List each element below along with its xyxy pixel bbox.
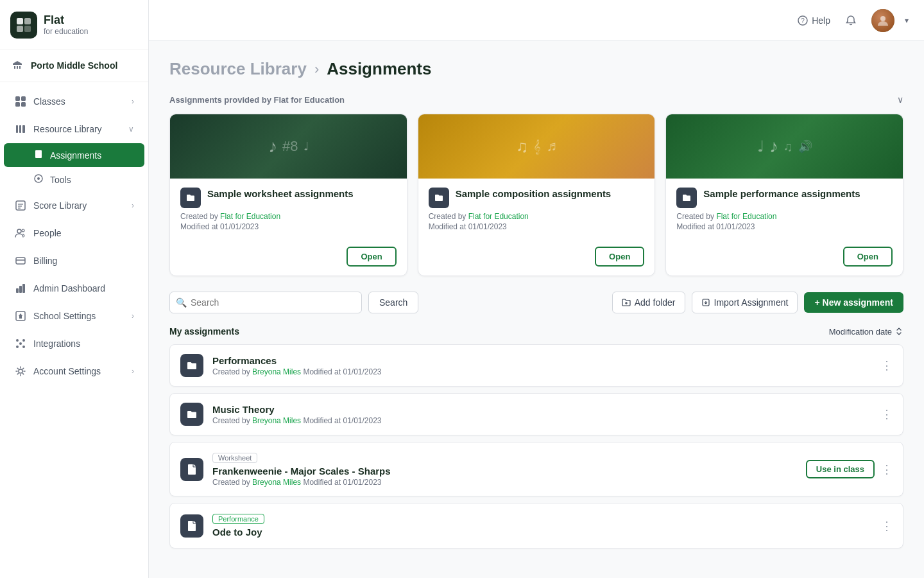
item-modified-text-frankenweenie: Modified at 01/01/2023 xyxy=(303,478,381,487)
open-button-2[interactable]: Open xyxy=(595,247,644,267)
user-avatar[interactable] xyxy=(871,9,894,32)
card-creator-link-2[interactable]: Flat for Education xyxy=(468,212,529,221)
svg-rect-13 xyxy=(16,201,25,210)
svg-point-34 xyxy=(880,16,886,21)
card-creator-link-3[interactable]: Flat for Education xyxy=(716,212,776,221)
add-folder-button[interactable]: Add folder xyxy=(612,292,685,313)
collapse-button[interactable]: ∨ xyxy=(897,94,903,105)
assignments-icon xyxy=(33,149,44,161)
item-creator-music-theory[interactable]: Breyona Miles xyxy=(252,416,301,425)
item-content-ode-to-joy: Performance Ode to Joy xyxy=(212,512,872,539)
sort-button[interactable]: Modification date xyxy=(829,327,903,337)
sidebar-item-tools[interactable]: Tools xyxy=(4,168,144,191)
item-meta-frankenweenie: Created by Breyona Miles Modified at 01/… xyxy=(212,478,797,487)
svg-rect-7 xyxy=(21,102,26,107)
school-settings-label: School Settings xyxy=(33,311,96,321)
school-item[interactable]: Porto Middle School xyxy=(0,49,148,82)
tools-label: Tools xyxy=(50,175,71,185)
account-settings-chevron: › xyxy=(132,367,134,376)
classes-chevron: › xyxy=(132,97,134,106)
item-modified-text-music-theory: Modified at 01/01/2023 xyxy=(303,416,381,425)
sidebar-item-people[interactable]: People xyxy=(4,220,144,247)
flat-section-title: Assignments provided by Flat for Educati… xyxy=(169,95,345,105)
svg-text:?: ? xyxy=(801,17,805,24)
sidebar-item-score-library[interactable]: Score Library › xyxy=(4,192,144,219)
sidebar-item-admin-dashboard[interactable]: Admin Dashboard xyxy=(4,275,144,302)
card-meta-3: Created by Flat for Education xyxy=(676,212,893,221)
sort-label-text: Modification date xyxy=(829,327,892,337)
svg-rect-21 xyxy=(16,288,19,293)
more-menu-music-theory[interactable]: ⋮ xyxy=(881,408,893,420)
user-menu-chevron[interactable]: ▾ xyxy=(905,16,909,25)
svg-rect-2 xyxy=(17,26,23,32)
breadcrumb: Resource Library › Assignments xyxy=(169,59,903,79)
item-actions-performances: ⋮ xyxy=(881,360,893,371)
svg-rect-8 xyxy=(16,125,18,133)
card-modified-2: Modified at 01/01/2023 xyxy=(429,222,645,231)
score-library-icon xyxy=(14,199,27,212)
sidebar-item-assignments[interactable]: Assignments xyxy=(4,143,144,167)
more-menu-performances[interactable]: ⋮ xyxy=(881,360,893,371)
svg-point-17 xyxy=(17,229,21,233)
breadcrumb-parent[interactable]: Resource Library xyxy=(169,59,307,79)
card-title-1: Sample worksheet assignments xyxy=(207,188,354,200)
item-content-frankenweenie: Worksheet Frankenweenie - Major Scales -… xyxy=(212,451,797,487)
score-library-chevron: › xyxy=(132,201,134,210)
assignments-label: Assignments xyxy=(50,150,101,161)
svg-rect-10 xyxy=(22,125,25,133)
notifications-button[interactable] xyxy=(841,10,861,31)
my-assignments-title: My assignments xyxy=(169,326,239,337)
card-creator-label-3: Created by xyxy=(676,212,716,221)
classes-icon xyxy=(14,95,27,108)
sidebar-item-billing[interactable]: Billing xyxy=(4,247,144,274)
list-item-performances: Performances Created by Breyona Miles Mo… xyxy=(169,344,903,387)
help-icon: ? xyxy=(798,15,808,26)
svg-point-31 xyxy=(19,369,22,373)
item-content-music-theory: Music Theory Created by Breyona Miles Mo… xyxy=(212,404,872,425)
sidebar: Flat for education Porto Middle School C… xyxy=(0,0,149,578)
svg-point-12 xyxy=(37,177,40,180)
svg-rect-3 xyxy=(24,26,31,32)
item-creator-frankenweenie[interactable]: Breyona Miles xyxy=(252,478,301,487)
card-creator-link-1[interactable]: Flat for Education xyxy=(220,212,280,221)
breadcrumb-separator: › xyxy=(314,61,319,78)
card-body-2: Sample composition assignments Created b… xyxy=(418,179,655,241)
open-button-1[interactable]: Open xyxy=(346,247,396,267)
item-modified-text-performances: Modified at 01/01/2023 xyxy=(303,367,381,376)
help-button[interactable]: ? Help xyxy=(798,15,830,26)
more-menu-ode-to-joy[interactable]: ⋮ xyxy=(881,520,893,532)
sidebar-item-classes[interactable]: Classes › xyxy=(4,88,144,115)
item-meta-performances: Created by Breyona Miles Modified at 01/… xyxy=(212,367,872,376)
item-creator-label-frankenweenie: Created by xyxy=(212,478,252,487)
integrations-label: Integrations xyxy=(33,338,80,349)
flat-cards-grid: ♪ #8 ♩ Sample worksheet assignments Crea… xyxy=(169,114,903,276)
card-modified-1: Modified at 01/01/2023 xyxy=(180,222,397,231)
classes-label: Classes xyxy=(33,96,65,107)
search-input[interactable] xyxy=(169,292,362,313)
sidebar-item-integrations[interactable]: Integrations xyxy=(4,330,144,357)
search-button[interactable]: Search xyxy=(368,292,418,313)
svg-point-29 xyxy=(22,346,25,348)
more-menu-frankenweenie[interactable]: ⋮ xyxy=(881,464,893,475)
add-folder-label: Add folder xyxy=(635,297,676,308)
item-name-performances: Performances xyxy=(212,355,872,366)
open-button-3[interactable]: Open xyxy=(843,247,893,267)
new-assignment-button[interactable]: + New assignment xyxy=(804,292,903,313)
sidebar-item-school-settings[interactable]: School Settings › xyxy=(4,302,144,329)
item-creator-performances[interactable]: Breyona Miles xyxy=(252,367,301,376)
app-logo[interactable]: Flat for education xyxy=(0,0,148,49)
card-meta-1: Created by Flat for Education xyxy=(180,212,397,221)
resource-library-chevron: ∨ xyxy=(128,125,134,134)
item-name-frankenweenie: Frankenweenie - Major Scales - Sharps xyxy=(212,466,797,477)
card-title-3: Sample performance assignments xyxy=(703,188,860,200)
card-creator-label-1: Created by xyxy=(180,212,220,221)
import-button[interactable]: Import Assignment xyxy=(692,292,798,313)
use-in-class-button-frankenweenie[interactable]: Use in class xyxy=(806,460,875,478)
billing-icon xyxy=(14,254,27,267)
sidebar-item-account-settings[interactable]: Account Settings › xyxy=(4,358,144,385)
svg-rect-4 xyxy=(15,96,20,101)
help-label: Help xyxy=(812,15,830,26)
item-tag-ode-to-joy: Performance xyxy=(212,514,264,524)
people-label: People xyxy=(33,228,62,238)
sidebar-item-resource-library[interactable]: Resource Library ∨ xyxy=(4,116,144,143)
